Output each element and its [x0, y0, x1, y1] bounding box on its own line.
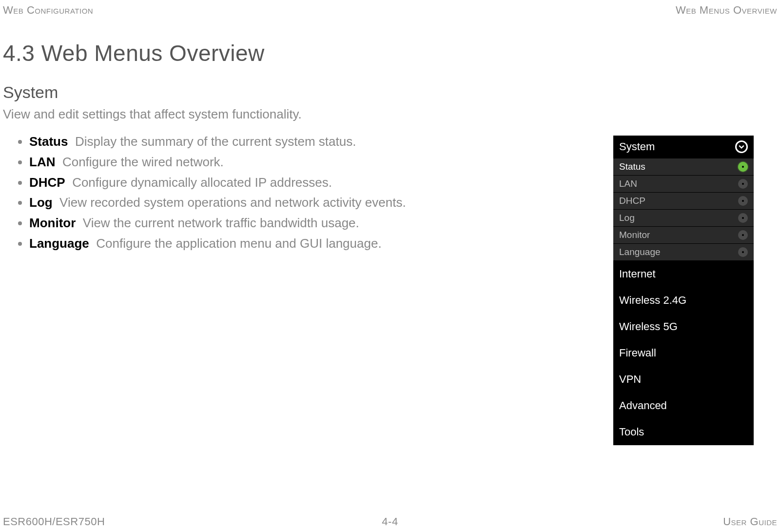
menu-section-advanced[interactable]: Advanced: [613, 393, 754, 419]
item-desc: Configure the application menu and GUI l…: [96, 236, 381, 251]
item-name: DHCP: [29, 175, 65, 190]
sidebar-menu-screenshot: System Status LAN DHCP Log Monitor Langu…: [613, 136, 754, 445]
menu-subitem-dhcp[interactable]: DHCP: [613, 193, 754, 210]
menu-subitem-monitor[interactable]: Monitor: [613, 227, 754, 244]
menu-section-label: Firewall: [619, 347, 656, 359]
radio-icon: [738, 230, 748, 240]
item-desc: View recorded system operations and netw…: [59, 195, 406, 210]
item-name: Monitor: [29, 216, 76, 230]
menu-subitem-status[interactable]: Status: [613, 158, 754, 176]
menu-section-system[interactable]: System: [613, 136, 754, 158]
menu-subitem-label: Language: [619, 247, 661, 257]
menu-subitem-lan[interactable]: LAN: [613, 176, 754, 193]
menu-section-internet[interactable]: Internet: [613, 261, 754, 287]
radio-active-icon: [738, 162, 748, 172]
page-header: Web Configuration Web Menus Overview: [0, 0, 780, 17]
radio-icon: [738, 179, 748, 189]
radio-icon: [738, 247, 748, 257]
menu-section-wireless-5g[interactable]: Wireless 5G: [613, 314, 754, 340]
page-footer: ESR600H/ESR750H 4-4 User Guide: [0, 515, 780, 528]
menu-subitem-log[interactable]: Log: [613, 210, 754, 227]
radio-icon: [738, 213, 748, 223]
menu-section-label: System: [619, 140, 655, 153]
menu-section-label: Tools: [619, 426, 644, 438]
menu-section-label: VPN: [619, 373, 641, 385]
menu-section-label: Wireless 5G: [619, 320, 678, 333]
menu-section-label: Internet: [619, 268, 656, 280]
menu-subitem-label: Status: [619, 161, 645, 172]
footer-left: ESR600H/ESR750H: [3, 515, 105, 528]
subsection-desc: View and edit settings that affect syste…: [3, 107, 780, 122]
item-desc: Configure dynamically allocated IP addre…: [72, 175, 332, 190]
header-right: Web Menus Overview: [676, 4, 777, 17]
footer-right: User Guide: [723, 515, 777, 528]
menu-subitem-language[interactable]: Language: [613, 244, 754, 261]
menu-subitem-label: LAN: [619, 178, 637, 189]
chevron-down-icon: [735, 140, 748, 153]
menu-section-tools[interactable]: Tools: [613, 419, 754, 445]
menu-subitem-label: Log: [619, 213, 635, 223]
menu-section-label: Wireless 2.4G: [619, 294, 686, 306]
item-desc: View the current network traffic bandwid…: [83, 216, 359, 230]
page-title: 4.3 Web Menus Overview: [3, 40, 780, 66]
footer-page-number: 4-4: [382, 515, 398, 528]
item-name: LAN: [29, 155, 55, 169]
menu-section-wireless-24g[interactable]: Wireless 2.4G: [613, 287, 754, 314]
item-name: Language: [29, 236, 89, 251]
item-desc: Display the summary of the current syste…: [75, 134, 356, 149]
subsection-title: System: [3, 83, 780, 102]
item-name: Status: [29, 134, 68, 149]
header-left: Web Configuration: [3, 4, 93, 17]
menu-subitem-label: Monitor: [619, 230, 650, 240]
menu-section-label: Advanced: [619, 399, 667, 412]
menu-section-firewall[interactable]: Firewall: [613, 340, 754, 366]
item-desc: Configure the wired network.: [62, 155, 224, 169]
radio-icon: [738, 196, 748, 206]
menu-section-vpn[interactable]: VPN: [613, 366, 754, 393]
item-name: Log: [29, 195, 53, 210]
menu-subitem-label: DHCP: [619, 196, 645, 206]
